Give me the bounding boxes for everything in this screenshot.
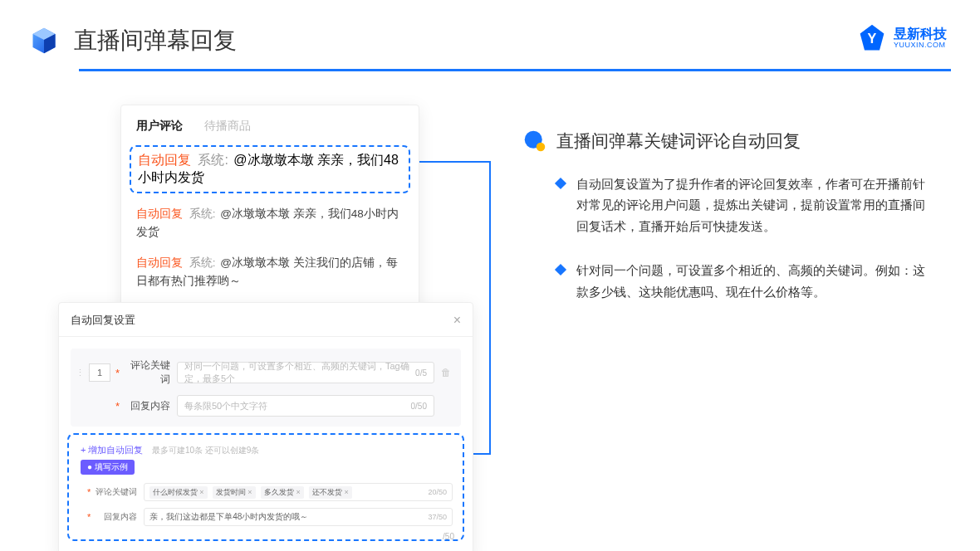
example-badge: ● 填写示例 <box>81 460 135 475</box>
diamond-icon <box>555 178 566 189</box>
svg-text:Y: Y <box>868 31 877 46</box>
settings-card: 自动回复设置 × ⋮⋮ 1 * 评论关键词 对同一个问题，可设置多个相近、高频的… <box>58 302 473 551</box>
page-title: 直播间弹幕回复 <box>74 25 237 56</box>
bullet-text: 针对同一个问题，可设置多个相近的、高频的关键词。例如：这款多少钱、这块能优惠吗、… <box>576 261 925 303</box>
ex-content-label: 回复内容 <box>94 511 137 523</box>
extra-count: /50 <box>443 532 454 541</box>
example-box: + 增加自动回复 最多可建10条 还可以创建9条 ● 填写示例 * 评论关键词 … <box>67 433 464 541</box>
content-label: 回复内容 <box>124 399 170 413</box>
highlighted-comment: 自动回复 系统: @冰墩墩本墩 亲亲，我们48小时内发货 <box>130 145 410 193</box>
keyword-count: 0/5 <box>415 368 427 378</box>
tab-user-comments[interactable]: 用户评论 <box>136 119 183 134</box>
settings-title: 自动回复设置 <box>71 313 135 328</box>
auto-reply-tag: 自动回复 <box>138 153 191 167</box>
diamond-icon <box>555 264 566 276</box>
system-label: 系统: <box>198 153 228 167</box>
content-count: 0/50 <box>411 402 427 411</box>
svg-point-2 <box>537 143 546 152</box>
required-star: * <box>87 512 91 522</box>
tag-chip: 多久发货× <box>261 486 303 499</box>
logo-text-cn: 昱新科技 <box>894 27 947 41</box>
required-star: * <box>87 487 91 497</box>
logo-icon: Y <box>857 23 887 53</box>
required-star: * <box>115 367 124 379</box>
ex-content-input[interactable]: 亲，我们这边都是下单48小时内发货的哦～ 37/50 <box>144 508 453 526</box>
ex-keyword-label: 评论关键词 <box>94 486 137 498</box>
cube-icon <box>29 26 59 56</box>
required-star: * <box>115 400 124 412</box>
system-label: 系统: <box>189 207 216 220</box>
tab-pending-goods[interactable]: 待播商品 <box>204 119 251 134</box>
tag-chip: 发货时间× <box>213 486 255 499</box>
system-label: 系统: <box>189 256 216 269</box>
right-panel: 直播间弹幕关键词评论自动回复 自动回复设置为了提升作者的评论回复效率，作者可在开… <box>473 105 955 551</box>
keyword-label: 评论关键词 <box>124 358 170 387</box>
ex-content-count: 37/50 <box>428 513 447 521</box>
ex-kw-count: 20/50 <box>428 488 447 496</box>
comment-row: 自动回复 系统: @冰墩墩本墩 关注我们的店铺，每日都有热门推荐哟～ <box>121 247 419 296</box>
brand-logo: Y 昱新科技 YUUXIN.COM <box>857 23 947 53</box>
auto-reply-tag: 自动回复 <box>136 256 183 269</box>
section-title: 直播间弹幕关键词评论自动回复 <box>556 129 801 153</box>
placeholder-text: 对同一个问题，可设置多个相近、高频的关键词，Tag确定，最多5个 <box>184 360 415 385</box>
tag-chip: 什么时候发货× <box>149 486 207 499</box>
placeholder-text: 每条限50个中文字符 <box>184 400 267 412</box>
close-icon[interactable]: × <box>453 313 461 328</box>
config-block: ⋮⋮ 1 * 评论关键词 对同一个问题，可设置多个相近、高频的关键词，Tag确定… <box>71 349 461 427</box>
keyword-input[interactable]: 对同一个问题，可设置多个相近、高频的关键词，Tag确定，最多5个 0/5 <box>177 362 434 383</box>
logo-text-en: YUUXIN.COM <box>894 41 947 50</box>
bullet-text: 自动回复设置为了提升作者的评论回复效率，作者可在开播前针对常见的评论用户问题，提… <box>576 174 925 237</box>
left-panel: 用户评论 待播商品 自动回复 系统: @冰墩墩本墩 亲亲，我们48小时内发货 自… <box>58 105 473 551</box>
tabs: 用户评论 待播商品 <box>121 105 419 142</box>
ex-content-value: 亲，我们这边都是下单48小时内发货的哦～ <box>149 511 308 523</box>
add-auto-reply-link[interactable]: + 增加自动回复 <box>81 445 143 455</box>
content-input[interactable]: 每条限50个中文字符 0/50 <box>177 395 434 417</box>
add-hint: 最多可建10条 还可以创建9条 <box>152 446 259 455</box>
chat-bubble-icon <box>523 129 546 153</box>
bullet-item: 自动回复设置为了提升作者的评论回复效率，作者可在开播前针对常见的评论用户问题，提… <box>523 174 955 237</box>
auto-reply-tag: 自动回复 <box>136 207 183 220</box>
drag-handle-icon[interactable]: ⋮⋮ <box>76 368 87 378</box>
bullet-item: 针对同一个问题，可设置多个相近的、高频的关键词。例如：这款多少钱、这块能优惠吗、… <box>523 261 955 303</box>
delete-icon[interactable]: 🗑 <box>441 367 453 378</box>
page-header: 直播间弹幕回复 Y 昱新科技 YUUXIN.COM <box>0 0 980 69</box>
ex-keyword-input[interactable]: 什么时候发货× 发货时间× 多久发货× 还不发货× 20/50 <box>144 483 453 501</box>
tag-chip: 还不发货× <box>309 486 351 499</box>
comment-row: 自动回复 系统: @冰墩墩本墩 亲亲，我们48小时内发货 <box>121 198 419 247</box>
comments-card: 用户评论 待播商品 自动回复 系统: @冰墩墩本墩 亲亲，我们48小时内发货 自… <box>120 105 419 314</box>
index-number: 1 <box>89 363 110 382</box>
tag-list: 什么时候发货× 发货时间× 多久发货× 还不发货× <box>149 486 355 499</box>
